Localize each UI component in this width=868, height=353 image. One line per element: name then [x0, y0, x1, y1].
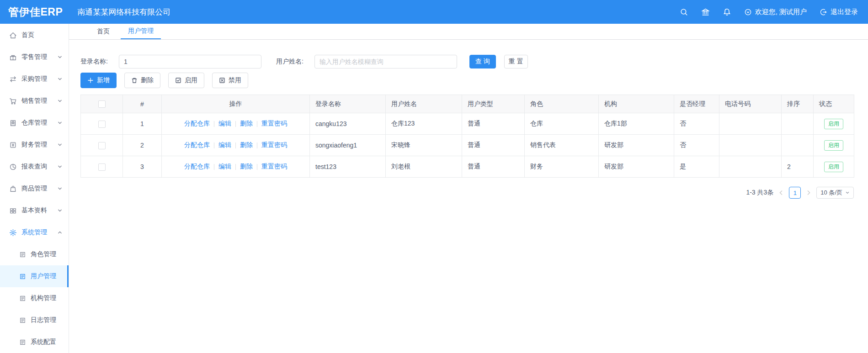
cell-phone: [719, 135, 782, 156]
search-icon[interactable]: [680, 8, 688, 16]
next-page-icon[interactable]: [805, 190, 812, 196]
tab-user-management[interactable]: 用户管理: [121, 24, 161, 39]
cell-role: 财务: [525, 156, 599, 178]
user-menu[interactable]: 欢迎您, 测试用户: [744, 8, 807, 16]
sidebar-item-user[interactable]: 用户管理: [0, 265, 69, 287]
row-checkbox[interactable]: [98, 121, 106, 128]
sidebar-item-label: 系统管理: [21, 228, 47, 237]
header-login: 登录名称: [310, 95, 386, 113]
cell-type: 普通: [462, 156, 525, 178]
logout-label: 退出登录: [831, 8, 858, 16]
header-type: 用户类型: [462, 95, 525, 113]
disable-label: 禁用: [229, 76, 241, 84]
sidebar-item-sales[interactable]: 销售管理: [0, 90, 69, 112]
header-org: 机构: [599, 95, 674, 113]
sidebar-item-label: 角色管理: [31, 250, 56, 258]
trash-icon: [131, 77, 138, 84]
logout-icon: [820, 8, 827, 16]
disable-button[interactable]: 禁用: [212, 73, 248, 88]
header-name: 用户姓名: [386, 95, 462, 113]
warehouse-icon: [9, 119, 17, 127]
company-name: 南通某某网络科技有限公司: [77, 7, 170, 17]
action-toolbar: 新增 删除 启用 禁用: [80, 73, 854, 88]
sidebar-item-org[interactable]: 机构管理: [0, 287, 69, 309]
sidebar-item-home[interactable]: 首页: [0, 24, 69, 46]
sidebar-item-retail[interactable]: 零售管理: [0, 46, 69, 68]
sidebar-item-label: 报表查询: [21, 163, 47, 171]
query-button[interactable]: 查 询: [469, 55, 496, 68]
delete-button[interactable]: 删除: [124, 73, 160, 88]
sidebar-item-product[interactable]: 商品管理: [0, 178, 69, 200]
doc-icon: [19, 251, 26, 258]
bag-icon: [9, 185, 17, 193]
prev-page-icon[interactable]: [778, 190, 784, 196]
sidebar-item-finance[interactable]: 财务管理: [0, 134, 69, 156]
tab-home[interactable]: 首页: [90, 24, 117, 39]
bank-icon[interactable]: [701, 8, 710, 16]
page-size-select[interactable]: 10 条/页: [816, 187, 854, 199]
sidebar-item-role[interactable]: 角色管理: [0, 243, 69, 265]
select-all-checkbox[interactable]: [98, 100, 106, 108]
table-row: 2分配仓库编辑删除重置密码songxiaofeng1宋晓锋普通销售代表研发部否启…: [81, 135, 854, 156]
page-number-button[interactable]: 1: [789, 187, 801, 199]
header-role: 角色: [525, 95, 599, 113]
sidebar-item-basicdata[interactable]: 基本资料: [0, 200, 69, 221]
action-link-1[interactable]: 编辑: [218, 163, 231, 171]
sidebar-item-log[interactable]: 日志管理: [0, 309, 69, 331]
action-link-2[interactable]: 删除: [240, 141, 253, 149]
status-badge: 启用: [824, 119, 843, 129]
action-link-0[interactable]: 分配仓库: [184, 163, 210, 171]
logout-button[interactable]: 退出登录: [820, 8, 858, 16]
enable-button[interactable]: 启用: [168, 73, 204, 88]
login-name-label: 登录名称:: [80, 58, 108, 66]
cell-sort: [782, 113, 814, 135]
header-phone: 电话号码: [719, 95, 782, 113]
pagination-total: 1-3 共3条: [746, 189, 773, 197]
sidebar-item-report[interactable]: 报表查询: [0, 156, 69, 178]
user-name-input[interactable]: [314, 55, 457, 68]
cell-actions: 分配仓库编辑删除重置密码: [162, 113, 310, 135]
row-checkbox[interactable]: [98, 163, 106, 171]
action-link-1[interactable]: 编辑: [218, 120, 231, 128]
doc-icon: [19, 273, 26, 280]
chevron-down-icon: [57, 186, 63, 191]
cell-status: 启用: [814, 135, 854, 156]
add-button[interactable]: 新增: [80, 73, 117, 88]
cell-sort: [782, 135, 814, 156]
grid-icon: [9, 207, 17, 215]
cell-type: 普通: [462, 135, 525, 156]
page-content: 登录名称: 用户姓名: 查 询 重 置 新增 删除: [69, 40, 868, 199]
sidebar-item-label: 采购管理: [21, 75, 47, 83]
reset-button[interactable]: 重 置: [504, 55, 528, 68]
piechart-icon: [9, 163, 17, 171]
action-link-2[interactable]: 删除: [240, 120, 253, 128]
row-checkbox[interactable]: [98, 142, 106, 149]
login-name-input[interactable]: [119, 55, 261, 68]
action-link-0[interactable]: 分配仓库: [184, 141, 210, 149]
cell-phone: [719, 113, 782, 135]
action-link-3[interactable]: 重置密码: [261, 141, 287, 149]
sidebar-item-label: 用户管理: [31, 272, 56, 280]
sidebar-item-label: 财务管理: [21, 141, 47, 149]
cell-status: 启用: [814, 113, 854, 135]
cell-manager: 是: [674, 156, 719, 178]
action-link-3[interactable]: 重置密码: [261, 163, 287, 171]
cell-manager: 否: [674, 113, 719, 135]
action-link-0[interactable]: 分配仓库: [184, 120, 210, 128]
action-link-2[interactable]: 删除: [240, 163, 253, 171]
sidebar-item-warehouse[interactable]: 仓库管理: [0, 112, 69, 134]
action-separator: [257, 142, 257, 148]
sidebar-item-label: 零售管理: [21, 53, 47, 61]
sidebar-item-config[interactable]: 系统配置: [0, 331, 69, 353]
sidebar-item-purchase[interactable]: 采购管理: [0, 68, 69, 90]
check-square-icon: [175, 77, 181, 84]
doc-icon: [19, 339, 26, 346]
sidebar-item-system[interactable]: 系统管理: [0, 221, 69, 243]
action-link-3[interactable]: 重置密码: [261, 120, 287, 128]
doc-icon: [19, 317, 26, 324]
action-link-1[interactable]: 编辑: [218, 141, 231, 149]
bell-icon[interactable]: [723, 8, 731, 16]
plus-icon: [87, 77, 94, 84]
top-header-bar: 管伊佳ERP 南通某某网络科技有限公司 欢迎您, 测试用户 退出登录: [0, 0, 868, 24]
home-icon: [9, 32, 17, 39]
